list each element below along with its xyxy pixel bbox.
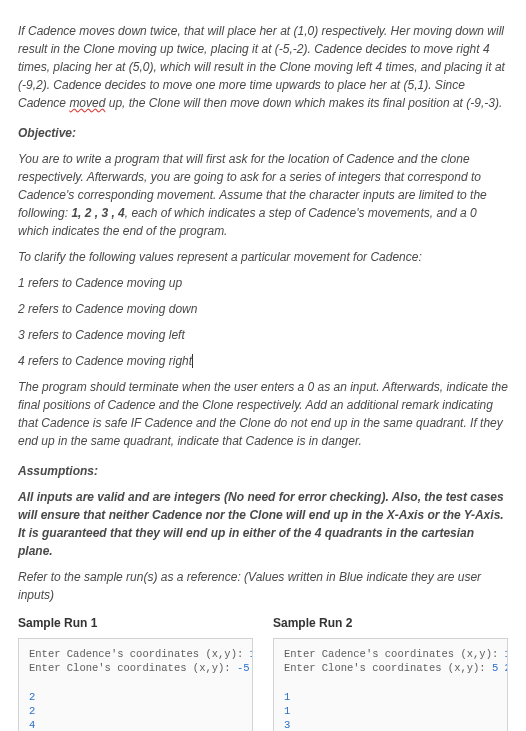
movement-2: 2 refers to Cadence moving down — [18, 300, 508, 318]
sample-run-1-code: Enter Cadence's coordinates (x,y): 1 2 E… — [18, 638, 253, 731]
sample-runs-container: Sample Run 1 Enter Cadence's coordinates… — [18, 614, 508, 731]
clarify-line: To clarify the following values represen… — [18, 248, 508, 266]
r2-step-0: 1 — [284, 691, 290, 703]
r1-prompt-2: Enter Clone's coordinates (x,y): — [29, 662, 237, 674]
sample-run-2: Sample Run 2 Enter Cadence's coordinates… — [273, 614, 508, 731]
r2-prompt-2: Enter Clone's coordinates (x,y): — [284, 662, 492, 674]
r1-prompt-1: Enter Cadence's coordinates (x,y): — [29, 648, 250, 660]
r1-input-2: -5 -4 — [237, 662, 253, 674]
movement-1: 1 refers to Cadence moving up — [18, 274, 508, 292]
objective-inputs-list: 1, 2 , 3 , 4 — [71, 206, 124, 220]
r2-prompt-1: Enter Cadence's coordinates (x,y): — [284, 648, 505, 660]
objective-heading: Objective: — [18, 124, 508, 142]
objective-paragraph: You are to write a program that will fir… — [18, 150, 508, 240]
intro-text-b: up, the Clone will then move down which … — [105, 96, 502, 110]
sample-run-1-label: Sample Run 1 — [18, 614, 253, 632]
r1-input-1: 1 2 — [250, 648, 253, 660]
sample-run-1: Sample Run 1 Enter Cadence's coordinates… — [18, 614, 253, 731]
intro-paragraph: If Cadence moves down twice, that will p… — [18, 22, 508, 112]
sample-run-2-label: Sample Run 2 — [273, 614, 508, 632]
movement-4: 4 refers to Cadence moving right — [18, 352, 508, 370]
text-cursor-icon — [192, 354, 193, 368]
r1-step-2: 4 — [29, 719, 35, 731]
r2-input-1: 1 2 — [505, 648, 508, 660]
r1-step-0: 2 — [29, 691, 35, 703]
r2-step-2: 3 — [284, 719, 290, 731]
movement-3: 3 refers to Cadence moving left — [18, 326, 508, 344]
r2-input-2: 5 2 — [492, 662, 508, 674]
assumptions-paragraph: All inputs are valid and are integers (N… — [18, 488, 508, 560]
assumptions-heading: Assumptions: — [18, 462, 508, 480]
r2-step-1: 1 — [284, 705, 290, 717]
movement-4-text: 4 refers to Cadence moving right — [18, 354, 192, 368]
refer-line: Refer to the sample run(s) as a referenc… — [18, 568, 508, 604]
terminate-paragraph: The program should terminate when the us… — [18, 378, 508, 450]
sample-run-2-code: Enter Cadence's coordinates (x,y): 1 2 E… — [273, 638, 508, 731]
intro-wavy-word: moved — [69, 96, 105, 110]
r1-step-1: 2 — [29, 705, 35, 717]
